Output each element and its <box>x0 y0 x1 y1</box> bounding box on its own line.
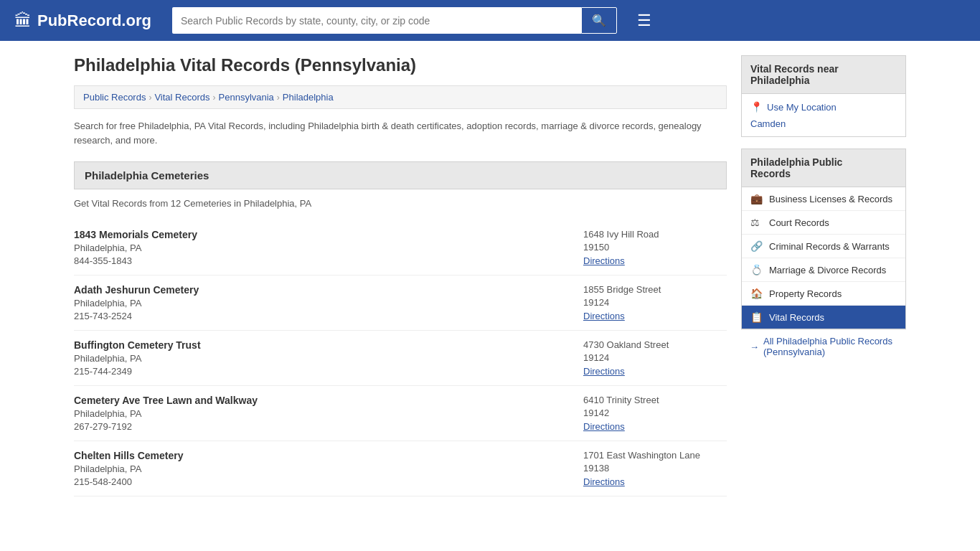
cemetery-city: Philadelphia, PA <box>74 298 199 309</box>
cemetery-zip: 19142 <box>583 408 727 418</box>
breadcrumb-sep-2: › <box>213 93 216 103</box>
sidebar-vital-body: 📍 Use My Location Camden <box>741 94 906 137</box>
record-label: Business Licenses & Records <box>769 194 892 204</box>
breadcrumb-vital-records[interactable]: Vital Records <box>154 92 209 103</box>
search-input[interactable] <box>172 7 581 34</box>
breadcrumb-sep-1: › <box>149 93 151 103</box>
cemetery-list: 1843 Memorials Cemetery Philadelphia, PA… <box>74 220 727 496</box>
section-header: Philadelphia Cemeteries <box>74 161 727 189</box>
search-area: 🔍 <box>172 7 617 34</box>
record-label: Property Records <box>769 288 842 299</box>
record-label: Vital Records <box>769 312 824 323</box>
logo-icon: 🏛 <box>14 11 32 31</box>
cemetery-left-2: Buffington Cemetery Trust Philadelphia, … <box>74 339 201 377</box>
content-area: Philadelphia Vital Records (Pennsylvania… <box>74 55 727 496</box>
cemetery-zip: 19124 <box>583 352 727 363</box>
breadcrumb-pennsylvania[interactable]: Pennsylvania <box>219 92 274 103</box>
cemetery-city: Philadelphia, PA <box>74 408 258 419</box>
breadcrumb-sep-3: › <box>277 93 280 103</box>
page-description: Search for free Philadelphia, PA Vital R… <box>74 119 727 147</box>
cemetery-phone: 844-355-1843 <box>74 255 197 266</box>
cemetery-phone: 215-743-2524 <box>74 311 199 321</box>
logo-text: PubRecord.org <box>37 11 151 30</box>
cemetery-address: 1855 Bridge Street <box>583 284 727 295</box>
table-row: Adath Jeshurun Cemetery Philadelphia, PA… <box>74 276 727 331</box>
logo-link[interactable]: 🏛 PubRecord.org <box>14 11 158 31</box>
cemetery-right-1: 1855 Bridge Street 19124 Directions <box>583 284 727 321</box>
sidebar-record-item[interactable]: 💍 Marriage & Divorce Records <box>742 258 905 282</box>
cemetery-phone: 267-279-7192 <box>74 421 258 432</box>
cemetery-zip: 19124 <box>583 297 727 308</box>
sidebar-records-body: 💼 Business Licenses & Records ⚖ Court Re… <box>741 187 906 329</box>
sidebar-record-item[interactable]: 🏠 Property Records <box>742 282 905 306</box>
cemetery-address: 4730 Oakland Street <box>583 339 727 350</box>
table-row: Buffington Cemetery Trust Philadelphia, … <box>74 331 727 386</box>
cemetery-city: Philadelphia, PA <box>74 242 197 253</box>
briefcase-icon: 💼 <box>750 193 763 204</box>
breadcrumb: Public Records › Vital Records › Pennsyl… <box>74 85 727 109</box>
balance-icon: ⚖ <box>750 217 763 228</box>
sidebar-record-item[interactable]: 🔗 Criminal Records & Warrants <box>742 235 905 258</box>
use-my-location-button[interactable]: 📍 Use My Location <box>750 101 837 113</box>
all-records-label: All Philadelphia Public Records (Pennsyl… <box>763 336 897 357</box>
arrow-icon: → <box>750 342 759 352</box>
cemetery-name: Buffington Cemetery Trust <box>74 339 201 351</box>
cemetery-city: Philadelphia, PA <box>74 353 201 364</box>
sidebar-record-item[interactable]: 💼 Business Licenses & Records <box>742 187 905 211</box>
search-button[interactable]: 🔍 <box>581 7 617 34</box>
cemetery-left-0: 1843 Memorials Cemetery Philadelphia, PA… <box>74 229 197 266</box>
directions-link[interactable]: Directions <box>583 311 625 321</box>
sidebar-public-records-section: Philadelphia Public Records 💼 Business L… <box>741 149 906 363</box>
cemetery-right-2: 4730 Oakland Street 19124 Directions <box>583 339 727 377</box>
cemetery-name: Chelten Hills Cemetery <box>74 450 184 461</box>
sidebar-all-records-link[interactable]: → All Philadelphia Public Records (Penns… <box>741 329 906 363</box>
cemetery-address: 1648 Ivy Hill Road <box>583 229 727 240</box>
cemetery-zip: 19150 <box>583 242 727 253</box>
table-row: Cemetery Ave Tree Lawn and Walkway Phila… <box>74 386 727 441</box>
sidebar-vital-records-section: Vital Records near Philadelphia 📍 Use My… <box>741 55 906 137</box>
header: 🏛 PubRecord.org 🔍 ☰ <box>0 0 980 41</box>
sidebar-city-camden[interactable]: Camden <box>750 118 897 129</box>
table-row: Chelten Hills Cemetery Philadelphia, PA … <box>74 441 727 496</box>
cemetery-right-0: 1648 Ivy Hill Road 19150 Directions <box>583 229 727 266</box>
sidebar-public-records-header: Philadelphia Public Records <box>741 149 906 187</box>
file-icon: 📋 <box>750 311 763 323</box>
record-label: Criminal Records & Warrants <box>769 241 890 252</box>
cemetery-city: Philadelphia, PA <box>74 463 184 474</box>
sidebar: Vital Records near Philadelphia 📍 Use My… <box>741 55 906 496</box>
rings-icon: 💍 <box>750 264 763 276</box>
directions-link[interactable]: Directions <box>583 421 625 432</box>
cemetery-name: 1843 Memorials Cemetery <box>74 229 197 240</box>
hamburger-button[interactable]: ☰ <box>631 9 657 33</box>
cemetery-address: 1701 East Washington Lane <box>583 450 727 461</box>
directions-link[interactable]: Directions <box>583 255 625 266</box>
breadcrumb-philadelphia[interactable]: Philadelphia <box>283 92 334 103</box>
breadcrumb-public-records[interactable]: Public Records <box>83 92 146 103</box>
cemetery-name: Adath Jeshurun Cemetery <box>74 284 199 296</box>
link-icon: 🔗 <box>750 240 763 252</box>
home-icon: 🏠 <box>750 288 763 299</box>
cemetery-phone: 215-744-2349 <box>74 366 201 377</box>
record-label: Court Records <box>769 217 829 228</box>
cemetery-left-4: Chelten Hills Cemetery Philadelphia, PA … <box>74 450 184 487</box>
record-label: Marriage & Divorce Records <box>769 265 886 276</box>
cemetery-right-3: 6410 Trinity Street 19142 Directions <box>583 395 727 432</box>
location-icon: 📍 <box>750 101 763 113</box>
page-title: Philadelphia Vital Records (Pennsylvania… <box>74 55 727 75</box>
cemetery-left-1: Adath Jeshurun Cemetery Philadelphia, PA… <box>74 284 199 321</box>
table-row: 1843 Memorials Cemetery Philadelphia, PA… <box>74 220 727 276</box>
cemetery-left-3: Cemetery Ave Tree Lawn and Walkway Phila… <box>74 395 258 432</box>
sidebar-record-item[interactable]: 📋 Vital Records <box>742 306 905 329</box>
use-my-location-label: Use My Location <box>767 102 837 113</box>
sidebar-record-item[interactable]: ⚖ Court Records <box>742 211 905 235</box>
main-container: Philadelphia Vital Records (Pennsylvania… <box>60 41 920 511</box>
cemetery-name: Cemetery Ave Tree Lawn and Walkway <box>74 395 258 406</box>
sidebar-vital-header: Vital Records near Philadelphia <box>741 55 906 94</box>
cemetery-right-4: 1701 East Washington Lane 19138 Directio… <box>583 450 727 487</box>
cemetery-address: 6410 Trinity Street <box>583 395 727 405</box>
directions-link[interactable]: Directions <box>583 366 625 377</box>
cemetery-zip: 19138 <box>583 463 727 474</box>
directions-link[interactable]: Directions <box>583 476 625 487</box>
sub-description: Get Vital Records from 12 Cemeteries in … <box>74 198 727 209</box>
cemetery-phone: 215-548-2400 <box>74 476 184 487</box>
